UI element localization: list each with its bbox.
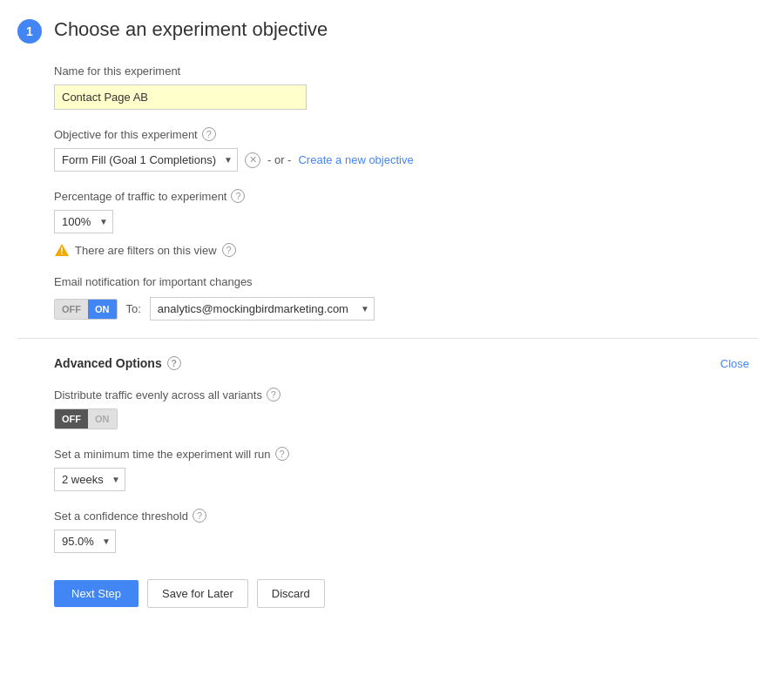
objective-field-label: Objective for this experiment ? (54, 127, 758, 141)
warning-help-icon[interactable]: ? (222, 243, 236, 257)
confidence-help-icon[interactable]: ? (193, 509, 206, 523)
distribute-traffic-field: Distribute traffic evenly across all var… (54, 388, 758, 429)
advanced-close-link[interactable]: Close (720, 357, 758, 370)
email-notification-label: Email notification for important changes (54, 275, 758, 288)
experiment-name-input[interactable] (54, 84, 307, 110)
confidence-threshold-label: Set a confidence threshold ? (54, 509, 758, 523)
email-row: OFF ON To: analytics@mockingbirdmarketin… (54, 297, 758, 321)
confidence-select-wrapper: 80.0% 85.0% 90.0% 95.0% 99.0% ▼ (54, 530, 116, 553)
create-objective-link[interactable]: Create a new objective (298, 153, 413, 166)
traffic-field-label: Percentage of traffic to experiment ? (54, 189, 758, 203)
email-toggle-off: OFF (55, 300, 88, 319)
distribute-traffic-label: Distribute traffic evenly across all var… (54, 388, 758, 402)
objective-clear-button[interactable]: ✕ (245, 152, 260, 168)
traffic-help-icon[interactable]: ? (231, 189, 245, 203)
traffic-row: 10% 20% 30% 40% 50% 60% 70% 80% 90% 100%… (54, 210, 758, 233)
objective-select-wrapper: Form Fill (Goal 1 Completions) Bounces S… (54, 148, 238, 172)
step-badge: 1 (17, 19, 42, 44)
distribute-toggle-on: ON (88, 409, 117, 429)
advanced-options-section: Advanced Options ? Close Distribute traf… (17, 356, 758, 553)
to-label: To: (126, 302, 141, 315)
name-section: Name for this experiment (17, 64, 758, 110)
save-for-later-button[interactable]: Save for Later (147, 579, 248, 608)
min-time-label: Set a minimum time the experiment will r… (54, 447, 758, 461)
name-field-label: Name for this experiment (54, 64, 758, 78)
step-header: 1 Choose an experiment objective (17, 17, 758, 44)
distribute-toggle-off: OFF (55, 409, 88, 429)
min-time-select-wrapper: 1 week 2 weeks 3 weeks 4 weeks 6 weeks 8… (54, 468, 125, 491)
confidence-select[interactable]: 80.0% 85.0% 90.0% 95.0% 99.0% (54, 530, 116, 553)
warning-row: ! There are filters on this view ? (54, 242, 758, 258)
min-time-help-icon[interactable]: ? (275, 447, 289, 461)
advanced-help-icon[interactable]: ? (167, 356, 181, 370)
advanced-header: Advanced Options ? Close (54, 356, 758, 370)
footer-buttons: Next Step Save for Later Discard (17, 579, 758, 608)
distribute-toggle[interactable]: OFF ON (54, 408, 118, 429)
traffic-select-wrapper: 10% 20% 30% 40% 50% 60% 70% 80% 90% 100%… (54, 210, 113, 233)
min-time-select[interactable]: 1 week 2 weeks 3 weeks 4 weeks 6 weeks 8… (54, 468, 125, 491)
email-toggle[interactable]: OFF ON (54, 299, 118, 320)
page-container: 1 Choose an experiment objective Name fo… (0, 0, 784, 634)
objective-help-icon[interactable]: ? (202, 127, 216, 141)
advanced-title: Advanced Options ? (54, 356, 181, 370)
min-time-field: Set a minimum time the experiment will r… (54, 447, 758, 491)
confidence-threshold-field: Set a confidence threshold ? 80.0% 85.0%… (54, 509, 758, 553)
warning-text: There are filters on this view (75, 244, 217, 257)
email-select-wrapper: analytics@mockingbirdmarketing.com ▼ (150, 297, 375, 321)
objective-or-text: - or - (267, 153, 291, 166)
step-title: Choose an experiment objective (54, 17, 328, 43)
next-step-button[interactable]: Next Step (54, 580, 139, 607)
warning-icon: ! (54, 242, 70, 258)
objective-row: Form Fill (Goal 1 Completions) Bounces S… (54, 148, 758, 172)
section-divider (17, 338, 758, 339)
email-notification-section: Email notification for important changes… (17, 275, 758, 321)
email-toggle-on: ON (88, 300, 117, 319)
traffic-section: Percentage of traffic to experiment ? 10… (17, 189, 758, 258)
discard-button[interactable]: Discard (257, 579, 325, 608)
objective-select[interactable]: Form Fill (Goal 1 Completions) Bounces S… (54, 148, 238, 172)
objective-section: Objective for this experiment ? Form Fil… (17, 127, 758, 172)
traffic-select[interactable]: 10% 20% 30% 40% 50% 60% 70% 80% 90% 100% (54, 210, 113, 233)
svg-text:!: ! (60, 246, 63, 256)
email-select[interactable]: analytics@mockingbirdmarketing.com (150, 297, 375, 321)
distribute-help-icon[interactable]: ? (267, 388, 280, 402)
